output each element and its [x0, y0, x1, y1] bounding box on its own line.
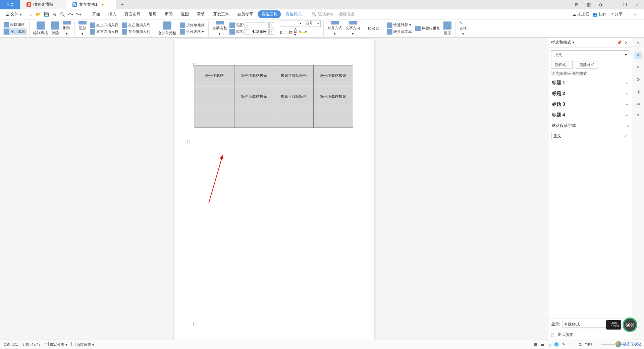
tab-page-layout[interactable]: 页面布局 [121, 10, 144, 18]
table-cell[interactable] [195, 86, 234, 107]
font-color-button[interactable]: A▾ [294, 28, 297, 37]
page-indicator[interactable]: 页面: 1/1 [3, 342, 18, 347]
height-plus[interactable]: + [269, 22, 274, 28]
fit-icon[interactable]: ⊡ [579, 342, 582, 347]
insert-row-above-button[interactable]: 在上方插入行 [89, 22, 119, 28]
undo-icon[interactable]: ↶▾ [67, 11, 73, 17]
document-page[interactable]: ▯ 极光下载站 极光下载站极光 极光下载站极光 极光下载站极光 极光下载站极光 … [174, 39, 374, 340]
align-button[interactable]: 对齐方式▾ [326, 21, 343, 36]
tab-insert[interactable]: 插入 [105, 10, 120, 18]
style-heading-3[interactable]: 标题 3↵ [551, 100, 629, 109]
share-button[interactable]: ↗ 分享 [610, 11, 623, 17]
tab-member[interactable]: 会员专享 [234, 10, 257, 18]
eraser-button[interactable]: 擦除 [50, 21, 60, 36]
view-reading-icon[interactable]: ▭ [547, 342, 551, 347]
rb-sync-icon[interactable]: ⟳ [635, 76, 642, 83]
layout-icon[interactable]: ⊞ [572, 2, 581, 7]
tab-templates[interactable]: D 找稻壳模板 × [20, 0, 66, 9]
style-heading-2[interactable]: 标题 2↵ [551, 89, 629, 98]
maximize-button[interactable]: ❐ [621, 2, 629, 7]
table-cell[interactable]: 极光下载站 [195, 65, 234, 86]
tab-home[interactable]: 首页 [0, 0, 20, 9]
insert-row-below-button[interactable]: 在下方插入行 [89, 29, 119, 35]
width-minus[interactable]: − [245, 29, 249, 35]
tab-table-tools[interactable]: 表格工具 [258, 10, 281, 18]
pin-icon[interactable]: 📌 [615, 40, 623, 45]
open-icon[interactable]: 📂 [35, 11, 41, 17]
formula-button[interactable]: fx 公式 [367, 26, 380, 31]
tab-section[interactable]: 章节 [194, 10, 208, 18]
style-default-font[interactable]: 默认段落字体a [551, 121, 629, 130]
document-table[interactable]: 极光下载站 极光下载站极光 极光下载站极光 极光下载站极光 极光下载站极光 极光… [195, 65, 353, 128]
style-body-text[interactable]: 正文↵ [551, 132, 629, 140]
save-icon[interactable]: 💾 [43, 11, 49, 17]
table-cell[interactable] [234, 107, 274, 128]
tab-dev[interactable]: 开发工具 [210, 10, 232, 18]
close-icon[interactable]: × [108, 3, 110, 6]
view-draft-icon[interactable]: ✎ [562, 342, 565, 347]
auto-adjust-button[interactable]: 自动调整▾ [211, 21, 228, 36]
clear-format-button[interactable]: 清除格式 [576, 61, 598, 69]
view-web-icon[interactable]: 🌐 [554, 342, 559, 347]
bold-button[interactable]: B [280, 30, 282, 34]
table-cell[interactable] [195, 107, 234, 128]
collab-button[interactable]: 👥 协作 [593, 11, 607, 17]
table-row[interactable]: 极光下载站 极光下载站极光 极光下载站极光 极光下载站极光 [195, 65, 353, 86]
insert-col-right-button[interactable]: 在右侧插入列 [121, 29, 151, 35]
cloud-status[interactable]: ☁ 未上云 [572, 11, 589, 17]
fast-calc-button[interactable]: 快速计算▾ [386, 22, 412, 28]
underline-button[interactable]: U▾ [287, 30, 292, 34]
tab-start[interactable]: 开始 [89, 10, 104, 18]
grid-icon[interactable]: ▦ [584, 2, 593, 7]
split-table-button[interactable]: 拆分表格▾ [179, 29, 205, 35]
insert-col-left-button[interactable]: 在左侧插入列 [121, 22, 151, 28]
highlight-button[interactable]: ✎▾ [299, 30, 307, 34]
split-cell-button[interactable]: 拆分单元格 [179, 22, 206, 28]
table-cell[interactable]: 极光下载站极光 [313, 86, 353, 107]
preview-icon[interactable]: 🔍 [59, 11, 65, 17]
zoom-value[interactable]: 74% [585, 343, 592, 347]
table-cell[interactable]: 极光下载站极光 [274, 86, 313, 107]
table-cell[interactable]: 极光下载站极光 [313, 65, 353, 86]
sort-button[interactable]: 排序 [442, 21, 452, 36]
rb-style-icon[interactable]: ✐ [635, 52, 642, 59]
rb-help-icon[interactable]: ? [635, 112, 642, 119]
close-button[interactable]: ✕ [633, 2, 641, 7]
table-row[interactable]: 极光下载站极光 极光下载站极光 极光下载站极光 [195, 86, 353, 107]
tab-review[interactable]: 审阅 [161, 10, 176, 18]
rb-select-icon[interactable]: ↖ [635, 64, 642, 71]
new-style-button[interactable]: 新样式... [551, 61, 573, 69]
height-input[interactable] [250, 22, 269, 28]
height-minus[interactable]: − [245, 22, 249, 28]
merge-cells-button[interactable]: 合并单元格 [157, 21, 177, 36]
italic-button[interactable]: I [284, 30, 285, 34]
delete-button[interactable]: 删除▾ [62, 21, 72, 36]
spell-check[interactable]: 拼写检查 ▾ [45, 342, 67, 347]
table-cell[interactable] [313, 107, 353, 128]
redo-icon[interactable]: ↷▾ [75, 11, 82, 17]
word-count[interactable]: 字数: 47/47 [22, 342, 41, 347]
new-doc-icon[interactable]: ▭ [27, 11, 33, 17]
view-mode-icon[interactable]: ▦ [534, 342, 537, 347]
tab-reference[interactable]: 引用 [145, 10, 160, 18]
style-heading-1[interactable]: 标题 1↵ [551, 79, 629, 87]
view-outline-icon[interactable]: ☰ [541, 342, 544, 347]
rb-pencil-icon[interactable]: ✎ [635, 40, 642, 47]
tab-view[interactable]: 视图 [177, 10, 192, 18]
current-style-select[interactable]: 正文 [551, 50, 629, 59]
table-cell[interactable]: 极光下载站极光 [234, 65, 274, 86]
table-cell[interactable] [274, 107, 313, 128]
command-search[interactable]: 🔍 查找命令、搜索模板 [309, 11, 357, 18]
table-properties-button[interactable]: 表格属性 [3, 22, 26, 28]
close-icon[interactable]: × [58, 3, 60, 6]
to-text-button[interactable]: 转换成文本 [386, 29, 413, 35]
tab-document[interactable]: W 文字文稿1 × [66, 0, 117, 9]
draw-table-button[interactable]: 绘制表格 [32, 21, 49, 36]
rb-layout-icon[interactable]: ▭ [635, 100, 642, 107]
tab-table-style[interactable]: 表格样式 [282, 10, 305, 18]
close-panel-button[interactable]: ✕ [623, 40, 629, 45]
user-icon[interactable]: ◑ [596, 2, 605, 7]
select-button[interactable]: ↖选择▾ [458, 21, 468, 36]
collapse-ribbon-icon[interactable]: ︿ [633, 11, 637, 17]
rb-target-icon[interactable]: ◎ [635, 88, 642, 95]
